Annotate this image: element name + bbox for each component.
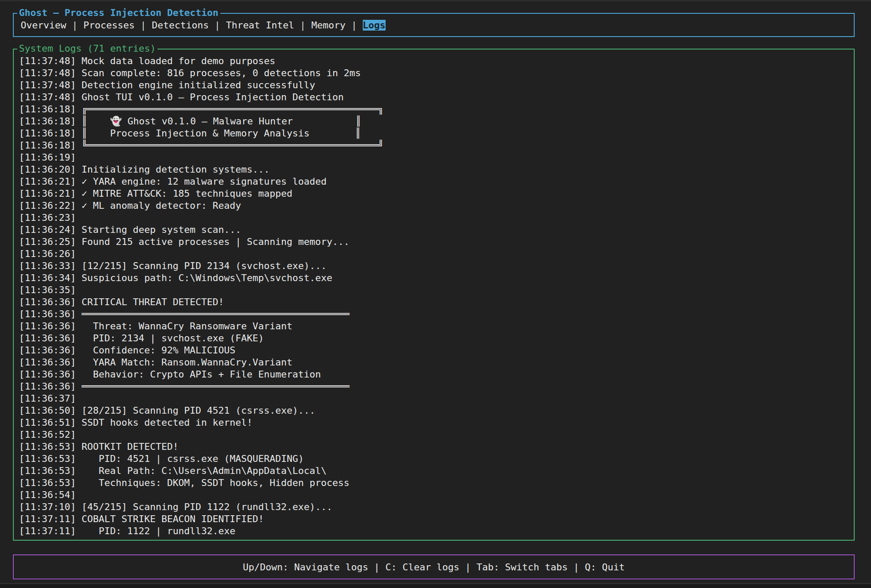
footer-bar: Up/Down: Navigate logs | C: Clear logs |… bbox=[13, 554, 855, 579]
window-chrome-bottom bbox=[0, 583, 871, 588]
log-timestamp: [11:36:21] bbox=[19, 188, 76, 200]
footer-help-text: Up/Down: Navigate logs | C: Clear logs |… bbox=[243, 562, 624, 573]
log-row: [11:36:50] [28/215] Scanning PID 4521 (c… bbox=[19, 405, 848, 417]
tab-processes[interactable]: Processes bbox=[83, 20, 135, 31]
log-row: [11:36:36] CRITICAL THREAT DETECTED! bbox=[19, 296, 848, 308]
log-message: [28/215] Scanning PID 4521 (csrss.exe)..… bbox=[76, 405, 315, 417]
log-row: [11:36:33] [12/215] Scanning PID 2134 (s… bbox=[19, 260, 848, 272]
log-timestamp: [11:36:18] bbox=[19, 103, 76, 115]
log-timestamp: [11:37:48] bbox=[19, 79, 76, 91]
log-timestamp: [11:36:37] bbox=[19, 393, 76, 405]
log-timestamp: [11:36:54] bbox=[19, 489, 76, 501]
log-timestamp: [11:36:18] bbox=[19, 115, 76, 127]
log-message: CRITICAL THREAT DETECTED! bbox=[76, 296, 224, 308]
log-message: Scan complete: 816 processes, 0 detectio… bbox=[76, 67, 361, 79]
tab-overview[interactable]: Overview bbox=[21, 20, 66, 31]
log-timestamp: [11:36:51] bbox=[19, 417, 76, 429]
log-timestamp: [11:37:48] bbox=[19, 55, 76, 67]
log-message: YARA Match: Ransom.WannaCry.Variant bbox=[76, 356, 292, 368]
log-message: Techniques: DKOM, SSDT hooks, Hidden pro… bbox=[76, 477, 349, 489]
log-row: [11:36:35] bbox=[19, 284, 848, 296]
log-timestamp: [11:36:24] bbox=[19, 224, 76, 236]
log-message: Mock data loaded for demo purposes bbox=[76, 55, 275, 67]
log-row: [11:36:18] ╚════════════════════════════… bbox=[19, 139, 848, 152]
logs-panel: System Logs (71 entries) [11:37:48] Mock… bbox=[13, 49, 855, 541]
log-message: ✓ ML anomaly detector: Ready bbox=[76, 200, 241, 212]
log-message: Real Path: C:\Users\Admin\AppData\Local\ bbox=[76, 465, 327, 477]
log-row: [11:36:36] ═════════════════════════════… bbox=[19, 381, 848, 393]
log-row: [11:36:53] Real Path: C:\Users\Admin\App… bbox=[19, 465, 848, 477]
log-timestamp: [11:36:25] bbox=[19, 236, 76, 248]
log-list[interactable]: [11:37:48] Mock data loaded for demo pur… bbox=[14, 50, 854, 540]
log-row: [11:36:26] bbox=[19, 248, 848, 260]
log-message: SSDT hooks detected in kernel! bbox=[76, 417, 252, 429]
log-row: [11:36:21] ✓ YARA engine: 12 malware sig… bbox=[19, 176, 848, 188]
log-timestamp: [11:36:26] bbox=[19, 248, 76, 260]
log-timestamp: [11:36:36] bbox=[19, 368, 76, 381]
log-row: [11:36:37] bbox=[19, 393, 848, 405]
log-timestamp: [11:36:53] bbox=[19, 453, 76, 465]
log-row: [11:36:36] Behavior: Crypto APIs + File … bbox=[19, 368, 848, 381]
log-timestamp: [11:36:33] bbox=[19, 260, 76, 272]
log-message bbox=[76, 152, 81, 164]
log-message: Suspicious path: C:\Windows\Temp\svchost… bbox=[76, 272, 332, 284]
log-message: Found 215 active processes | Scanning me… bbox=[76, 236, 349, 248]
log-row: [11:36:36] PID: 2134 | svchost.exe (FAKE… bbox=[19, 332, 848, 344]
log-timestamp: [11:37:48] bbox=[19, 67, 76, 79]
log-message: ════════════════════════════════════════… bbox=[76, 381, 349, 393]
log-row: [11:36:24] Starting deep system scan... bbox=[19, 224, 848, 236]
log-timestamp: [11:36:52] bbox=[19, 429, 76, 441]
log-message: ════════════════════════════════════════… bbox=[76, 308, 349, 320]
log-row: [11:36:21] ✓ MITRE ATT&CK: 185 technique… bbox=[19, 188, 848, 200]
tab-separator: | bbox=[66, 20, 83, 31]
tab-separator: | bbox=[209, 20, 226, 31]
log-message: ║ 👻 Ghost v0.1.0 — Malware Hunter ║ bbox=[76, 115, 361, 127]
log-timestamp: [11:36:53] bbox=[19, 441, 76, 453]
tab-separator: | bbox=[346, 20, 363, 31]
log-row: [11:37:48] Ghost TUI v0.1.0 — Process In… bbox=[19, 91, 848, 103]
tab-detections[interactable]: Detections bbox=[152, 20, 209, 31]
log-row: [11:36:53] PID: 4521 | csrss.exe (MASQUE… bbox=[19, 453, 848, 465]
log-timestamp: [11:36:20] bbox=[19, 164, 76, 176]
log-timestamp: [11:36:34] bbox=[19, 272, 76, 284]
log-message bbox=[76, 284, 81, 296]
log-row: [11:37:48] Scan complete: 816 processes,… bbox=[19, 67, 848, 79]
window-chrome-top bbox=[0, 0, 871, 1]
log-row: [11:36:18] ║ Process Injection & Memory … bbox=[19, 127, 848, 139]
log-message: ✓ YARA engine: 12 malware signatures loa… bbox=[76, 176, 327, 188]
log-timestamp: [11:36:36] bbox=[19, 320, 76, 332]
log-row: [11:36:36] Threat: WannaCry Ransomware V… bbox=[19, 320, 848, 332]
log-message: COBALT STRIKE BEACON IDENTIFIED! bbox=[76, 513, 264, 525]
log-message: Initializing detection systems... bbox=[76, 164, 269, 176]
log-message bbox=[76, 393, 81, 405]
log-message: PID: 1122 | rundll32.exe bbox=[76, 525, 235, 537]
log-row: [11:36:34] Suspicious path: C:\Windows\T… bbox=[19, 272, 848, 284]
log-timestamp: [11:36:36] bbox=[19, 344, 76, 356]
log-message: Behavior: Crypto APIs + File Enumeration bbox=[76, 368, 321, 381]
log-timestamp: [11:36:23] bbox=[19, 212, 76, 224]
log-message: ✓ MITRE ATT&CK: 185 techniques mapped bbox=[76, 188, 292, 200]
log-row: [11:36:52] bbox=[19, 429, 848, 441]
log-message bbox=[76, 489, 81, 501]
log-row: [11:36:54] bbox=[19, 489, 848, 501]
log-timestamp: [11:36:50] bbox=[19, 405, 76, 417]
tab-logs[interactable]: Logs bbox=[363, 20, 386, 31]
log-message: [45/215] Scanning PID 1122 (rundll32.exe… bbox=[76, 501, 332, 513]
log-message: Starting deep system scan... bbox=[76, 224, 241, 236]
log-row: [11:37:11] COBALT STRIKE BEACON IDENTIFI… bbox=[19, 513, 848, 525]
log-timestamp: [11:36:35] bbox=[19, 284, 76, 296]
tab-threat-intel[interactable]: Threat Intel bbox=[226, 20, 294, 31]
log-row: [11:37:48] Mock data loaded for demo pur… bbox=[19, 55, 848, 67]
log-row: [11:36:36] Confidence: 92% MALICIOUS bbox=[19, 344, 848, 356]
log-row: [11:36:20] Initializing detection system… bbox=[19, 164, 848, 176]
log-message: ╔═══════════════════════════════════════… bbox=[76, 103, 383, 115]
log-message: Threat: WannaCry Ransomware Variant bbox=[76, 320, 292, 332]
log-message: ║ Process Injection & Memory Analysis ║ bbox=[76, 127, 361, 139]
log-timestamp: [11:36:36] bbox=[19, 308, 76, 320]
log-timestamp: [11:36:19] bbox=[19, 152, 76, 164]
log-message: ROOTKIT DETECTED! bbox=[76, 441, 178, 453]
log-timestamp: [11:36:53] bbox=[19, 465, 76, 477]
tab-memory[interactable]: Memory bbox=[312, 20, 346, 31]
log-timestamp: [11:36:36] bbox=[19, 332, 76, 344]
log-message: Detection engine initialized successfull… bbox=[76, 79, 315, 91]
